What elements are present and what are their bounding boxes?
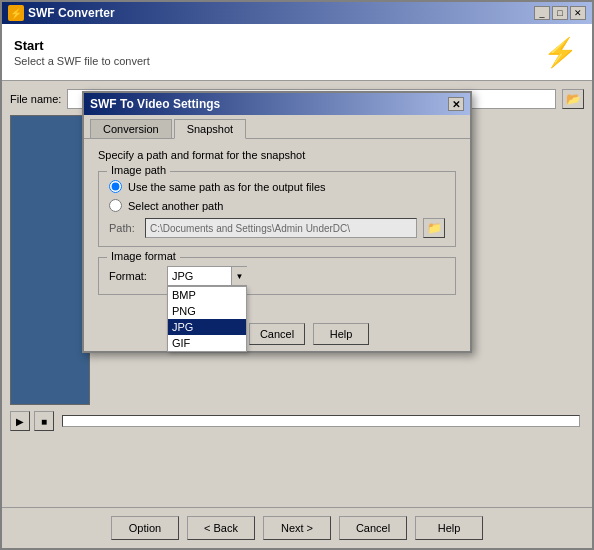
option-button[interactable]: Option [111,516,179,540]
radio-select-path[interactable] [109,199,122,212]
dialog-close-button[interactable]: ✕ [448,97,464,111]
tab-snapshot[interactable]: Snapshot [174,119,246,139]
dialog-help-button[interactable]: Help [313,323,369,345]
image-path-group: Image path Use the same path as for the … [98,171,456,247]
main-window: ⚡ SWF Converter _ □ ✕ Start Select a SWF… [0,0,594,550]
header-icon: ⚡ [540,32,580,72]
radio-same-path-label: Use the same path as for the output file… [128,181,326,193]
help-button[interactable]: Help [415,516,483,540]
title-bar-left: ⚡ SWF Converter [8,5,115,21]
image-format-label: Image format [107,250,180,262]
format-display[interactable]: JPG [167,266,247,286]
cancel-button[interactable]: Cancel [339,516,407,540]
path-row: Path: 📁 [109,218,445,238]
format-option-bmp[interactable]: BMP [168,287,246,303]
tab-conversion[interactable]: Conversion [90,119,172,138]
format-label: Format: [109,270,159,282]
format-option-png[interactable]: PNG [168,303,246,319]
restore-button[interactable]: □ [552,6,568,20]
dialog-title: SWF To Video Settings [90,97,220,111]
path-label: Path: [109,222,139,234]
format-select-wrapper: JPG ▼ BMP PNG JPG GIF [167,266,247,286]
dialog-cancel-button[interactable]: Cancel [249,323,305,345]
radio-same-path[interactable] [109,180,122,193]
bottom-buttons: Option < Back Next > Cancel Help [2,507,592,548]
format-option-gif[interactable]: GIF [168,335,246,351]
next-button[interactable]: Next > [263,516,331,540]
header-title: Start [14,38,150,53]
lightning-icon: ⚡ [543,36,578,69]
modal-overlay: SWF To Video Settings ✕ Conversion Snaps… [2,81,592,507]
format-row: Format: JPG ▼ BMP PNG JPG [109,266,445,286]
header-subtitle: Select a SWF file to convert [14,55,150,67]
title-bar: ⚡ SWF Converter _ □ ✕ [2,2,592,24]
header-area: Start Select a SWF file to convert ⚡ [2,24,592,81]
app-title: SWF Converter [28,6,115,20]
back-button[interactable]: < Back [187,516,255,540]
format-option-jpg[interactable]: JPG [168,319,246,335]
format-dropdown-list: BMP PNG JPG GIF [167,286,247,352]
image-path-label: Image path [107,164,170,176]
dialog-buttons: OK Cancel Help [84,315,470,351]
app-icon: ⚡ [8,5,24,21]
close-button[interactable]: ✕ [570,6,586,20]
path-input[interactable] [145,218,417,238]
path-browse-button[interactable]: 📁 [423,218,445,238]
tabs-row: Conversion Snapshot [84,115,470,138]
content-area: File name: 📂 Version: Length: Rate: [2,81,592,507]
minimize-button[interactable]: _ [534,6,550,20]
radio-select-path-row: Select another path [109,199,445,212]
dialog-description: Specify a path and format for the snapsh… [98,149,456,161]
settings-dialog: SWF To Video Settings ✕ Conversion Snaps… [82,91,472,353]
dialog-title-bar: SWF To Video Settings ✕ [84,93,470,115]
header-text: Start Select a SWF file to convert [14,38,150,67]
title-controls: _ □ ✕ [534,6,586,20]
dialog-body: Specify a path and format for the snapsh… [84,139,470,315]
radio-select-path-label: Select another path [128,200,223,212]
radio-same-path-row: Use the same path as for the output file… [109,180,445,193]
image-format-group: Image format Format: JPG ▼ BMP [98,257,456,295]
